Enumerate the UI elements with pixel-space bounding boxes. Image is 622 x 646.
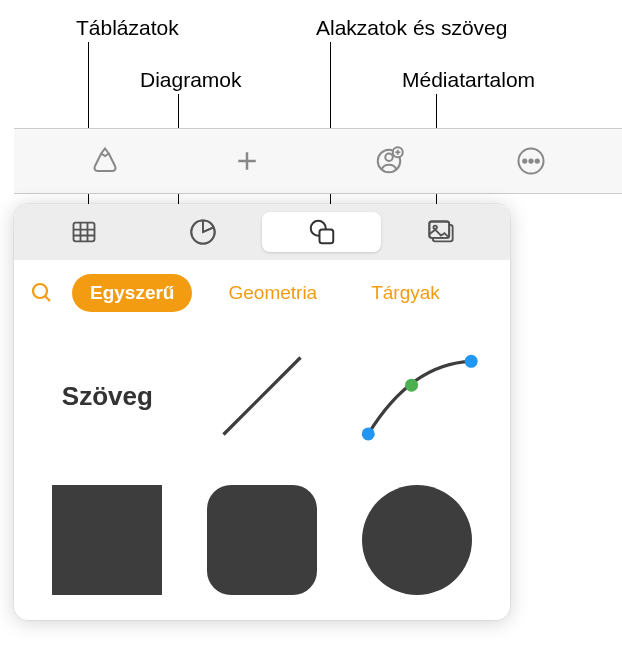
svg-point-28 [361,427,374,440]
shape-curve[interactable] [351,336,482,456]
curve-icon [352,341,482,451]
callout-shapes-text: Alakzatok és szöveg [316,16,507,40]
callout-media: Médiatartalom [402,68,535,92]
svg-line-18 [203,227,214,232]
square-icon [52,485,162,595]
insert-button[interactable] [222,136,272,186]
shape-square[interactable] [42,480,173,600]
shape-circle[interactable] [351,480,482,600]
svg-point-30 [464,355,477,368]
shape-category-row: Egyszerű Geometria Tárgyak [14,260,510,326]
text-shape-label: Szöveg [62,381,153,412]
charts-tab[interactable] [143,212,262,252]
shape-rounded-square[interactable] [197,480,328,600]
category-geometry[interactable]: Geometria [210,274,335,312]
shapes-tab[interactable] [262,212,381,252]
svg-point-25 [33,284,47,298]
rounded-square-icon [207,485,317,595]
svg-point-10 [536,159,539,162]
svg-point-29 [405,379,418,392]
table-icon [70,218,98,246]
search-button[interactable] [30,281,54,305]
circle-icon [362,485,472,595]
line-icon [207,341,317,451]
insert-type-segments [14,204,510,260]
tables-tab[interactable] [24,212,143,252]
callout-charts: Diagramok [140,68,242,92]
category-objects[interactable]: Tárgyak [353,274,458,312]
callout-tables: Táblázatok [76,16,179,40]
svg-rect-20 [319,230,333,244]
shape-text[interactable]: Szöveg [42,336,173,456]
shapes-grid: Szöveg [14,326,510,620]
insert-popover: Egyszerű Geometria Tárgyak Szöveg [14,204,510,620]
media-tab[interactable] [381,212,500,252]
svg-line-27 [223,358,300,435]
svg-line-26 [45,296,50,301]
category-simple[interactable]: Egyszerű [72,274,192,312]
collaborate-button[interactable] [364,136,414,186]
svg-point-3 [385,154,393,162]
svg-rect-11 [73,223,94,242]
format-button[interactable] [80,136,130,186]
app-toolbar [14,128,622,194]
more-button[interactable] [506,136,556,186]
svg-point-9 [529,159,532,162]
search-icon [30,281,54,305]
media-icon [426,218,456,246]
shape-line[interactable] [197,336,328,456]
chart-icon [189,218,217,246]
svg-point-8 [523,159,526,162]
shapes-icon [307,217,337,247]
